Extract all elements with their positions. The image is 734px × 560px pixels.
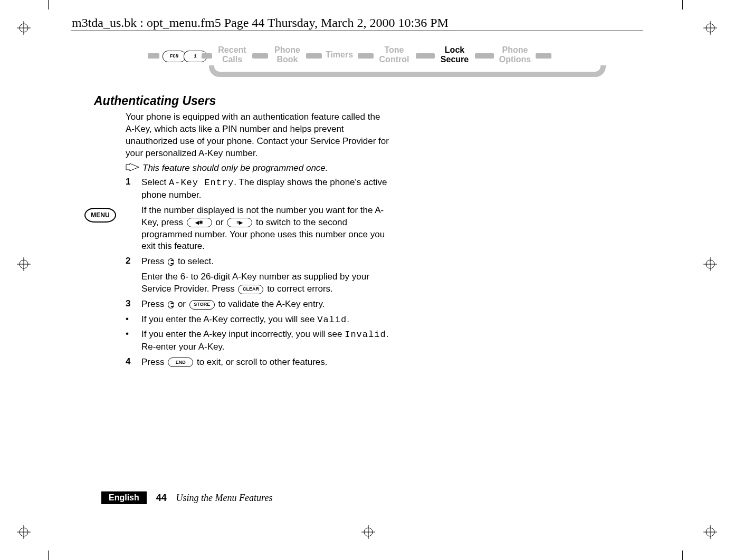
nav-item-lock-secure: Lock Secure	[437, 45, 472, 65]
nav-connector	[202, 53, 212, 59]
section-heading: Authenticating Users	[94, 94, 389, 108]
header-rule	[71, 31, 643, 31]
bullet-body: If you enter the A-Key correctly, you wi…	[141, 314, 389, 326]
fcn-key-icon: FCN	[163, 51, 186, 62]
step-number: 4	[126, 356, 141, 369]
note-pointing-hand-icon	[126, 163, 139, 173]
registration-mark-icon	[17, 21, 31, 35]
step-3-text-b: or	[175, 299, 188, 309]
crop-mark	[48, 0, 49, 9]
bullet-mark: •	[126, 329, 141, 353]
hash-key-icon: #▶	[227, 218, 252, 227]
step-body: Press or STORE to validate the A-Key ent…	[141, 298, 389, 311]
nav-row: FCN 1 Recent Calls Phone Book Timers Ton…	[148, 45, 607, 66]
page-sheet: m3tda_us.bk : opt_menu.fm5 Page 44 Thurs…	[63, 0, 665, 560]
crop-mark	[682, 551, 683, 560]
note-row: This feature should only be programmed o…	[126, 163, 389, 173]
registration-mark-icon	[17, 257, 31, 271]
nav-connector	[358, 53, 374, 59]
note-text: This feature should only be programmed o…	[142, 163, 328, 173]
step-2-sub: Enter the 6- to 26-digit A-Key number as…	[141, 271, 389, 295]
intro-paragraph: Your phone is equipped with an authentic…	[126, 111, 389, 160]
registration-mark-icon	[703, 21, 717, 35]
step-3-text-c: to validate the A-Key entry.	[216, 299, 325, 309]
page-title: Using the Menu Features	[176, 493, 273, 503]
nav-connector	[475, 53, 494, 59]
step-1-sub: If the number displayed is not the numbe…	[141, 205, 389, 253]
step-4-text-b: to exit, or scroll to other features.	[194, 357, 327, 367]
bullet1-a: If you enter the A-Key correctly, you wi…	[141, 314, 317, 324]
bullet-invalid: • If you enter the A-key input incorrect…	[126, 329, 389, 353]
language-badge: English	[101, 491, 147, 504]
nav-item-timers: Timers	[323, 50, 355, 60]
step-2: 2 Press to select.	[126, 256, 389, 268]
nav-item-recent-calls: Recent Calls	[214, 45, 251, 65]
nav-start-pill	[148, 53, 159, 59]
end-key-icon: END	[168, 358, 193, 367]
body-indent: Your phone is equipped with an authentic…	[126, 111, 389, 369]
up-down-select-icon	[168, 258, 174, 266]
up-down-select-icon	[168, 301, 174, 308]
step-body: Select A-Key Entry. The display shows th…	[141, 177, 389, 201]
step-body: Press END to exit, or scroll to other fe…	[141, 356, 389, 369]
step-body: Press to select.	[141, 256, 389, 268]
step-4: 4 Press END to exit, or scroll to other …	[126, 356, 389, 369]
bullet-valid: • If you enter the A-Key correctly, you …	[126, 314, 389, 326]
lcd-text-akey-entry: A-Key Entry	[169, 178, 234, 188]
menu-breadcrumb-nav: FCN 1 Recent Calls Phone Book Timers Ton…	[148, 45, 607, 82]
page-number: 44	[156, 493, 167, 503]
nav-item-phone-options: Phone Options	[496, 45, 534, 65]
nav-connector	[306, 53, 322, 59]
crop-mark	[48, 551, 49, 560]
crop-mark	[682, 0, 683, 9]
step-number: 2	[126, 256, 141, 268]
nav-item-tone-control: Tone Control	[376, 45, 413, 65]
content-area: Authenticating Users MENU Your phone is …	[94, 94, 389, 372]
menu-margin-badge: MENU	[84, 208, 116, 223]
bullet-body: If you enter the A-key input incorrectly…	[141, 329, 389, 353]
store-key-icon: STORE	[189, 300, 215, 310]
bullet1-b: .	[347, 314, 349, 324]
nav-connector	[252, 53, 268, 59]
step-1: 1 Select A-Key Entry. The display shows …	[126, 177, 389, 201]
step-3-text-a: Press	[141, 299, 167, 309]
step-2-sub-b: to correct errors.	[264, 284, 332, 294]
step-2-text-b: to select.	[175, 256, 214, 266]
step-1-text-a: Select	[141, 177, 169, 187]
step-number: 3	[126, 298, 141, 311]
bullet2-a: If you enter the A-key input incorrectly…	[141, 329, 345, 339]
lcd-text-invalid: Invalid	[345, 330, 386, 340]
clear-key-icon: CLEAR	[238, 285, 263, 294]
registration-mark-icon	[703, 525, 717, 539]
lcd-text-valid: Valid	[317, 315, 347, 325]
step-1-sub-b: or	[213, 217, 226, 227]
step-number: 1	[126, 177, 141, 201]
step-2-text-a: Press	[141, 256, 167, 266]
page-footer: English 44 Using the Menu Features	[101, 491, 272, 504]
nav-connector	[416, 53, 435, 59]
registration-mark-icon	[17, 525, 31, 539]
step-3: 3 Press or STORE to validate the A-Key e…	[126, 298, 389, 311]
nav-connector	[536, 53, 551, 59]
nav-return-bar	[209, 65, 606, 77]
step-4-text-a: Press	[141, 357, 167, 367]
bullet-mark: •	[126, 314, 141, 326]
nav-item-phone-book: Phone Book	[270, 45, 304, 65]
registration-mark-icon	[703, 257, 717, 271]
star-key-icon: ◀✱	[187, 218, 212, 227]
running-header: m3tda_us.bk : opt_menu.fm5 Page 44 Thurs…	[72, 16, 449, 30]
footer-right: 44 Using the Menu Features	[156, 493, 273, 504]
